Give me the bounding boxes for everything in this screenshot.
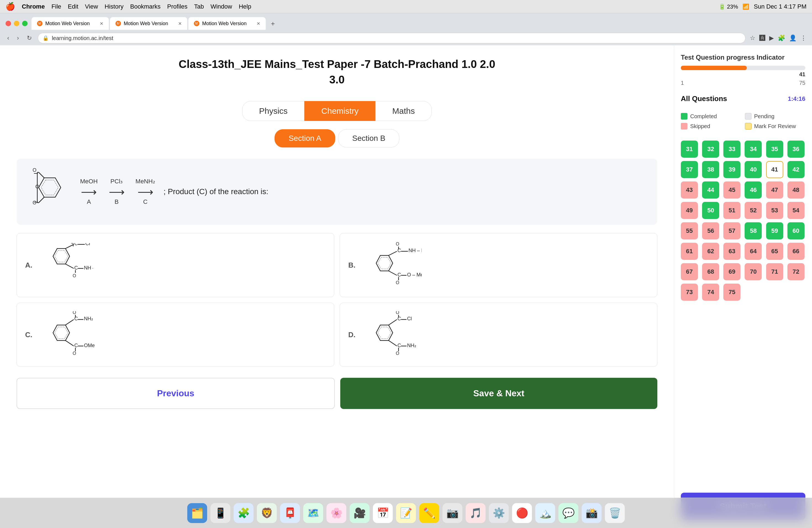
question-btn-51[interactable]: 51 — [723, 202, 740, 219]
question-btn-63[interactable]: 63 — [723, 243, 740, 260]
question-btn-61[interactable]: 61 — [681, 243, 698, 260]
dock-appstore[interactable]: 🧩 — [234, 503, 253, 523]
question-btn-33[interactable]: 33 — [723, 141, 740, 158]
question-btn-36[interactable]: 36 — [787, 141, 804, 158]
dock-facetime[interactable]: 🎥 — [350, 503, 369, 523]
tab-physics[interactable]: Physics — [242, 101, 304, 121]
save-next-button[interactable]: Save & Next — [340, 378, 657, 409]
question-btn-55[interactable]: 55 — [681, 222, 698, 239]
extension-icon-1[interactable]: 🅰 — [759, 34, 765, 42]
dock-whatsapp[interactable]: 💬 — [559, 503, 578, 523]
dock-notes[interactable]: 📝 — [396, 503, 416, 523]
dock-safari[interactable]: 🦁 — [257, 503, 277, 523]
question-btn-66[interactable]: 66 — [787, 243, 804, 260]
option-b[interactable]: B. C NH – Me O C O – Me — [340, 233, 657, 297]
maximize-button[interactable] — [22, 21, 28, 26]
menu-profiles[interactable]: Profiles — [167, 3, 187, 10]
question-btn-40[interactable]: 40 — [744, 161, 762, 178]
forward-button[interactable]: › — [15, 33, 20, 43]
question-btn-31[interactable]: 31 — [681, 141, 698, 158]
menu-icon[interactable]: ⋮ — [800, 34, 807, 42]
menu-edit[interactable]: Edit — [68, 3, 78, 10]
tab-chemistry[interactable]: Chemistry — [304, 101, 375, 121]
question-btn-59[interactable]: 59 — [766, 222, 783, 239]
dock-maps[interactable]: 🗺️ — [303, 503, 323, 523]
profile-icon[interactable]: 👤 — [789, 34, 797, 42]
question-btn-74[interactable]: 74 — [702, 283, 719, 301]
question-btn-43[interactable]: 43 — [681, 181, 698, 199]
menu-chrome[interactable]: Chrome — [22, 3, 45, 10]
tab-maths[interactable]: Maths — [375, 101, 432, 121]
question-btn-44[interactable]: 44 — [702, 181, 719, 199]
minimize-button[interactable] — [14, 21, 19, 26]
dock-launchpad[interactable]: 📱 — [211, 503, 230, 523]
previous-button[interactable]: Previous — [17, 378, 335, 409]
question-btn-56[interactable]: 56 — [702, 222, 719, 239]
menu-view[interactable]: View — [85, 3, 98, 10]
question-btn-48[interactable]: 48 — [787, 181, 804, 199]
question-btn-57[interactable]: 57 — [723, 222, 740, 239]
back-button[interactable]: ‹ — [5, 33, 11, 43]
question-btn-65[interactable]: 65 — [766, 243, 783, 260]
tab-close-2[interactable]: ✕ — [178, 21, 182, 26]
option-c[interactable]: C. C NH₂ O C OMe O — [17, 303, 334, 367]
reload-button[interactable]: ↻ — [25, 33, 33, 43]
question-btn-58[interactable]: 58 — [744, 222, 762, 239]
question-btn-32[interactable]: 32 — [702, 141, 719, 158]
dock-trash[interactable]: 🗑️ — [605, 503, 625, 523]
question-btn-49[interactable]: 49 — [681, 202, 698, 219]
dock-calendar[interactable]: 📅 — [373, 503, 393, 523]
question-btn-68[interactable]: 68 — [702, 263, 719, 280]
dock-miro[interactable]: ✏️ — [419, 503, 439, 523]
browser-tab-1[interactable]: M Motion Web Version ✕ — [31, 17, 109, 30]
dock-icloud[interactable]: 🏔️ — [535, 503, 555, 523]
dock-chrome[interactable]: 🔴 — [512, 503, 532, 523]
dock-telegram[interactable]: 📸 — [582, 503, 601, 523]
question-btn-45[interactable]: 45 — [723, 181, 740, 199]
question-btn-54[interactable]: 54 — [787, 202, 804, 219]
menu-history[interactable]: History — [105, 3, 124, 10]
browser-tab-3[interactable]: M Motion Web Version ✕ — [188, 17, 266, 30]
menu-bookmarks[interactable]: Bookmarks — [130, 3, 160, 10]
menu-help[interactable]: Help — [238, 3, 251, 10]
question-btn-52[interactable]: 52 — [744, 202, 762, 219]
tab-section-a[interactable]: Section A — [275, 129, 335, 147]
tab-close-1[interactable]: ✕ — [100, 21, 103, 26]
option-a[interactable]: A. C Cl O C NH – Me O — [17, 233, 334, 297]
close-button[interactable] — [5, 21, 11, 26]
tab-close-3[interactable]: ✕ — [257, 21, 260, 26]
menu-tab[interactable]: Tab — [194, 3, 204, 10]
question-btn-62[interactable]: 62 — [702, 243, 719, 260]
dock-screenshot[interactable]: 📷 — [443, 503, 462, 523]
star-icon[interactable]: ☆ — [750, 34, 755, 42]
question-btn-69[interactable]: 69 — [723, 263, 740, 280]
question-btn-53[interactable]: 53 — [766, 202, 783, 219]
apple-menu[interactable]: 🍎 — [5, 2, 15, 11]
tab-section-b[interactable]: Section B — [338, 129, 400, 147]
question-btn-72[interactable]: 72 — [787, 263, 804, 280]
question-btn-73[interactable]: 73 — [681, 283, 698, 301]
question-btn-70[interactable]: 70 — [744, 263, 762, 280]
question-btn-46[interactable]: 46 — [744, 181, 762, 199]
browser-tab-2[interactable]: M Motion Web Version ✕ — [110, 17, 187, 30]
question-btn-47[interactable]: 47 — [766, 181, 783, 199]
dock-music[interactable]: 🎵 — [466, 503, 485, 523]
question-btn-71[interactable]: 71 — [766, 263, 783, 280]
menu-window[interactable]: Window — [211, 3, 232, 10]
address-bar[interactable]: 🔒 learning.motion.ac.in/test — [38, 33, 745, 43]
extension-icon-3[interactable]: 🧩 — [778, 34, 785, 42]
extension-icon-2[interactable]: ▶ — [769, 34, 774, 42]
question-btn-37[interactable]: 37 — [681, 161, 698, 178]
dock-mail[interactable]: 📮 — [280, 503, 300, 523]
menu-file[interactable]: File — [52, 3, 61, 10]
question-btn-64[interactable]: 64 — [744, 243, 762, 260]
question-btn-75[interactable]: 75 — [723, 283, 740, 301]
question-btn-39[interactable]: 39 — [723, 161, 740, 178]
option-d[interactable]: D. C Cl O C NH₂ O — [340, 303, 657, 367]
question-btn-41[interactable]: 41 — [766, 161, 783, 178]
dock-settings[interactable]: ⚙️ — [489, 503, 509, 523]
new-tab-button[interactable]: ＋ — [270, 19, 276, 28]
question-btn-34[interactable]: 34 — [744, 141, 762, 158]
dock-finder[interactable]: 🗂️ — [187, 503, 207, 523]
question-btn-42[interactable]: 42 — [787, 161, 804, 178]
